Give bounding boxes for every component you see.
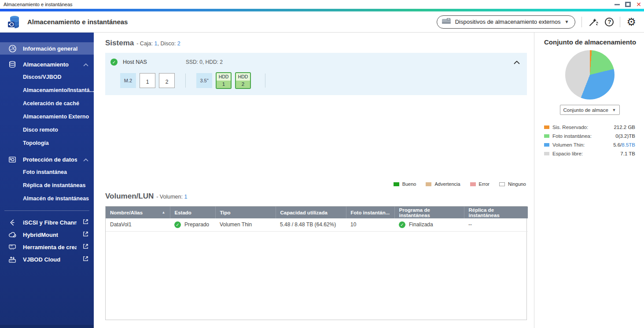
sidebar-item-discos-vjbod[interactable]: Discos/VJBOD [0, 70, 94, 84]
legend-bueno: Bueno [394, 181, 416, 187]
m2-slot-1[interactable]: 1 [140, 73, 155, 88]
legend-swatch-good [394, 182, 399, 186]
chevron-up-icon [83, 60, 88, 68]
column-tipo[interactable]: Tipo [215, 206, 276, 218]
cloud-icon [8, 232, 17, 238]
legend-volumen-thin: Volumen Thin: 5.6/8.5TB [544, 140, 635, 149]
sidebar-group-almacenamiento[interactable]: Almacenamiento [0, 58, 94, 70]
sidebar-item-almacenamiento-instantaneas[interactable]: Almacenamiento/Instantá... [0, 84, 94, 97]
chevron-down-icon: ▼ [565, 19, 569, 24]
legend-sis-reservado: Sis. Reservado: 212.2 GB [544, 123, 635, 132]
column-capacidad[interactable]: Capacidad utilizada [276, 206, 346, 218]
volume-subtitle: - Volumen: 1 [156, 194, 187, 200]
minimize-button[interactable] [615, 4, 620, 5]
cell-snapshots: 10 [346, 218, 394, 231]
sidebar-item-disco-remoto[interactable]: Disco remoto [0, 123, 94, 136]
column-estado[interactable]: Estado [170, 206, 215, 218]
chevron-up-icon [83, 155, 88, 163]
header-actions: Dispositivos de almacenamiento externos … [437, 15, 636, 29]
sidebar-item-iscsi-fibre-channel[interactable]: iSCSI y Fibre Channel [0, 216, 94, 228]
legend-swatch [544, 125, 549, 129]
legend-swatch-warning [426, 182, 431, 186]
cell-capacity: 5.48 / 8.48 TB (64.62%) [276, 218, 346, 231]
cell-status: ✓Preparado [170, 218, 215, 231]
legend-error: Error [470, 181, 489, 187]
disk-status-legend: Bueno Advertencia Error Ninguno [105, 181, 526, 187]
m2-bay-label: M.2 [120, 73, 136, 88]
external-drive-icon [442, 18, 451, 26]
app-window: Almacenamiento e instantáneas ✕ Alma [0, 0, 644, 328]
hdd-slot-type: HDD [217, 73, 231, 81]
app-title: Almacenamiento e instantáneas [27, 18, 128, 26]
sidebar-item-herramienta-creacion[interactable]: Herramienta de creac... [0, 241, 94, 253]
app-header: Almacenamiento e instantáneas Dispositiv… [0, 11, 644, 33]
pool-title: Conjunto de almacenamiento [544, 38, 635, 46]
volume-count: 1 [184, 194, 187, 200]
sidebar-item-hybridmount[interactable]: HybridMount [0, 228, 94, 241]
host-name: Host NAS [123, 59, 147, 65]
pool-selector-dropdown[interactable]: Conjunto de almace ▼ [560, 105, 620, 115]
disk-count: 2 [177, 41, 180, 47]
legend-swatch [544, 143, 549, 147]
sidebar-item-label: HybridMount [23, 232, 58, 238]
window-title: Almacenamiento e instantáneas [4, 2, 73, 7]
os-titlebar: Almacenamiento e instantáneas ✕ [0, 0, 644, 9]
system-title: Sistema [105, 39, 134, 48]
hdd-slot-type: HDD [236, 73, 250, 81]
status-ok-icon: ✓ [174, 221, 181, 228]
sidebar-item-almacen-instantaneas[interactable]: Almacén de instantáneas [0, 192, 94, 205]
sidebar-item-aceleracion-cache[interactable]: Aceleración de caché [0, 97, 94, 110]
table-row-datavol1[interactable]: DataVol1 ✓Preparado Volumen Thin 5.48 / … [106, 218, 528, 231]
close-button[interactable]: ✕ [636, 2, 641, 7]
m2-slot-2[interactable]: 2 [159, 73, 175, 88]
sidebar-item-label: iSCSI y Fibre Channel [23, 219, 77, 226]
sidebar-group-proteccion-datos[interactable]: Protección de datos [0, 153, 94, 166]
external-link-icon [83, 218, 88, 226]
legend-value: 7.1 TB [620, 151, 635, 156]
column-nombre-alias[interactable]: Nombre/Alias▲ [106, 206, 170, 218]
sidebar-group-label: Almacenamiento [23, 61, 69, 68]
storage-pool-pie-chart [565, 50, 615, 100]
sidebar-item-informacion-general[interactable]: Información general [0, 42, 94, 55]
external-storage-selector[interactable]: Dispositivos de almacenamiento externos … [437, 15, 576, 29]
sidebar-divider [4, 210, 89, 211]
sidebar-item-vjbod-cloud[interactable]: VJBOD Cloud [0, 253, 94, 265]
column-replica[interactable]: Réplica de instantáneas [464, 206, 528, 218]
sidebar: Información general Almacenamiento Disco… [0, 33, 94, 328]
hdd-slot-1[interactable]: HDD 1 [216, 72, 232, 89]
sidebar-item-topologia[interactable]: Topología [0, 136, 94, 150]
wizard-wand-icon[interactable] [588, 17, 599, 27]
storage-snapshots-app-icon [7, 15, 22, 29]
column-foto-instantanea[interactable]: Foto instantán... [346, 206, 394, 218]
table-header-row: Nombre/Alias▲ Estado Tipo Capacidad util… [106, 206, 528, 218]
chevron-down-icon: ▼ [612, 108, 616, 112]
database-icon [8, 60, 17, 69]
system-section-header: Sistema - Caja: 1, Disco: 2 [105, 39, 527, 48]
collapse-chevron-icon[interactable] [514, 58, 520, 66]
hdd-slot-2[interactable]: HDD 2 [235, 72, 251, 89]
host-nas-panel: ✓ Host NAS SSD: 0, HDD: 2 M.2 1 2 3.5" H… [105, 53, 527, 95]
help-icon[interactable]: ? [605, 18, 614, 26]
hdd-slot-number: 2 [236, 81, 250, 88]
window-controls: ✕ [615, 2, 641, 7]
vjbod-cloud-icon [8, 256, 17, 263]
sidebar-item-foto-instantanea[interactable]: Foto instantánea [0, 166, 94, 179]
settings-gear-icon[interactable]: ⚙ [626, 17, 636, 27]
sidebar-item-replica-instantaneas[interactable]: Réplica de instantáneas [0, 179, 94, 192]
sidebar-item-label: Información general [23, 45, 77, 52]
legend-advertencia: Advertencia [426, 181, 460, 187]
legend-value: 0(3.2)TB [615, 133, 635, 139]
sidebar-item-label: Herramienta de creac... [23, 244, 77, 251]
sidebar-item-almacenamiento-externo[interactable]: Almacenamiento Externo [0, 110, 94, 123]
app-identity: Almacenamiento e instantáneas [7, 15, 128, 29]
maximize-button[interactable] [625, 2, 631, 7]
main-content: Sistema - Caja: 1, Disco: 2 ✓ Host NAS S… [94, 33, 534, 328]
header-divider [620, 17, 620, 27]
pool-selector-label: Conjunto de almace [563, 107, 612, 113]
cell-replica: -- [464, 218, 528, 231]
system-subtitle: - Caja: 1, Disco: 2 [136, 41, 180, 47]
legend-swatch [544, 134, 549, 138]
sort-asc-icon: ▲ [162, 210, 166, 214]
host-disk-summary: SSD: 0, HDD: 2 [186, 59, 223, 65]
column-programa[interactable]: Programa de instantáneas [394, 206, 464, 218]
